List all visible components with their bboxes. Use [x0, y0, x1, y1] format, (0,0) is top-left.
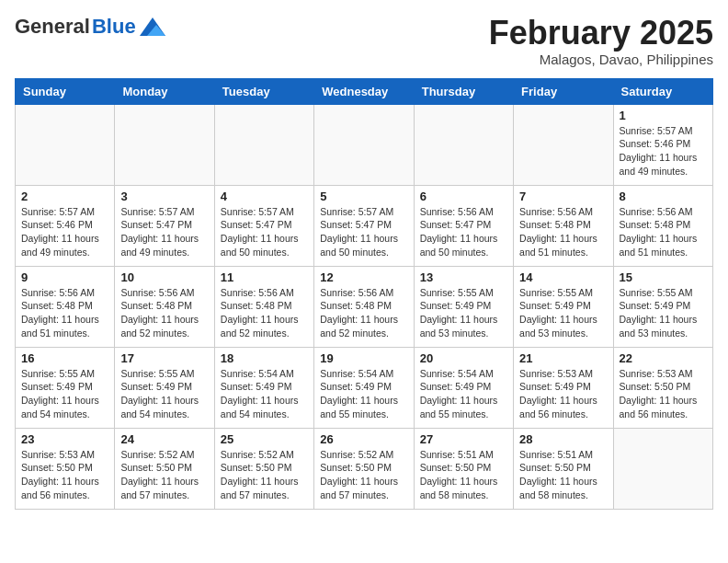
calendar-week-row: 23Sunrise: 5:53 AM Sunset: 5:50 PM Dayli…: [16, 428, 713, 509]
day-number: 20: [420, 351, 507, 365]
logo: General Blue: [15, 15, 165, 39]
day-info: Sunrise: 5:55 AM Sunset: 5:49 PM Dayligh…: [519, 286, 607, 340]
day-info: Sunrise: 5:57 AM Sunset: 5:47 PM Dayligh…: [120, 205, 208, 259]
calendar-cell: 2Sunrise: 5:57 AM Sunset: 5:46 PM Daylig…: [16, 185, 115, 266]
day-info: Sunrise: 5:56 AM Sunset: 5:48 PM Dayligh…: [620, 205, 707, 259]
day-number: 10: [120, 270, 208, 284]
day-number: 21: [519, 351, 607, 365]
calendar-cell: [115, 104, 214, 185]
day-number: 27: [420, 432, 507, 446]
calendar-cell: 14Sunrise: 5:55 AM Sunset: 5:49 PM Dayli…: [514, 266, 613, 347]
weekday-header: Monday: [115, 78, 214, 104]
day-number: 3: [120, 190, 208, 203]
calendar-cell: [414, 104, 513, 185]
calendar-cell: [214, 104, 313, 185]
page-header: General Blue February 2025 Malagos, Dava…: [15, 15, 713, 67]
day-info: Sunrise: 5:52 AM Sunset: 5:50 PM Dayligh…: [320, 448, 407, 502]
calendar-cell: 11Sunrise: 5:56 AM Sunset: 5:48 PM Dayli…: [214, 266, 313, 347]
day-info: Sunrise: 5:54 AM Sunset: 5:49 PM Dayligh…: [420, 367, 507, 421]
day-info: Sunrise: 5:56 AM Sunset: 5:48 PM Dayligh…: [320, 286, 407, 340]
calendar-cell: 12Sunrise: 5:56 AM Sunset: 5:48 PM Dayli…: [314, 266, 414, 347]
day-info: Sunrise: 5:55 AM Sunset: 5:49 PM Dayligh…: [420, 286, 507, 340]
day-number: 13: [420, 270, 507, 284]
day-number: 1: [620, 109, 707, 122]
day-number: 26: [320, 432, 407, 446]
calendar-cell: 3Sunrise: 5:57 AM Sunset: 5:47 PM Daylig…: [115, 185, 214, 266]
day-number: 12: [320, 270, 407, 284]
calendar-week-row: 1Sunrise: 5:57 AM Sunset: 5:46 PM Daylig…: [16, 104, 713, 185]
day-info: Sunrise: 5:54 AM Sunset: 5:49 PM Dayligh…: [320, 367, 407, 421]
day-number: 25: [221, 432, 308, 446]
day-number: 5: [320, 190, 407, 203]
day-info: Sunrise: 5:51 AM Sunset: 5:50 PM Dayligh…: [420, 448, 507, 502]
day-info: Sunrise: 5:57 AM Sunset: 5:47 PM Dayligh…: [320, 205, 407, 259]
calendar-cell: 13Sunrise: 5:55 AM Sunset: 5:49 PM Dayli…: [414, 266, 513, 347]
day-number: 6: [420, 190, 507, 203]
day-number: 2: [21, 190, 108, 203]
day-number: 28: [519, 432, 607, 446]
day-info: Sunrise: 5:53 AM Sunset: 5:49 PM Dayligh…: [519, 367, 607, 421]
day-number: 7: [519, 190, 607, 203]
calendar-cell: 28Sunrise: 5:51 AM Sunset: 5:50 PM Dayli…: [514, 428, 613, 509]
day-number: 17: [120, 351, 208, 365]
calendar-cell: 23Sunrise: 5:53 AM Sunset: 5:50 PM Dayli…: [16, 428, 115, 509]
day-number: 14: [519, 270, 607, 284]
day-number: 9: [21, 270, 108, 284]
weekday-header: Friday: [514, 78, 613, 104]
calendar-cell: [16, 104, 115, 185]
calendar-week-row: 9Sunrise: 5:56 AM Sunset: 5:48 PM Daylig…: [16, 266, 713, 347]
day-number: 23: [21, 432, 108, 446]
day-number: 18: [221, 351, 308, 365]
calendar-cell: 20Sunrise: 5:54 AM Sunset: 5:49 PM Dayli…: [414, 347, 513, 428]
day-info: Sunrise: 5:55 AM Sunset: 5:49 PM Dayligh…: [620, 286, 707, 340]
day-info: Sunrise: 5:56 AM Sunset: 5:48 PM Dayligh…: [519, 205, 607, 259]
weekday-header: Saturday: [613, 78, 712, 104]
day-info: Sunrise: 5:57 AM Sunset: 5:47 PM Dayligh…: [221, 205, 308, 259]
calendar-table: SundayMondayTuesdayWednesdayThursdayFrid…: [15, 78, 713, 510]
calendar-cell: 10Sunrise: 5:56 AM Sunset: 5:48 PM Dayli…: [115, 266, 214, 347]
calendar-cell: 21Sunrise: 5:53 AM Sunset: 5:49 PM Dayli…: [514, 347, 613, 428]
day-info: Sunrise: 5:56 AM Sunset: 5:48 PM Dayligh…: [120, 286, 208, 340]
calendar-cell: 24Sunrise: 5:52 AM Sunset: 5:50 PM Dayli…: [115, 428, 214, 509]
calendar-cell: [514, 104, 613, 185]
calendar-cell: 19Sunrise: 5:54 AM Sunset: 5:49 PM Dayli…: [314, 347, 414, 428]
day-number: 22: [620, 351, 707, 365]
day-info: Sunrise: 5:55 AM Sunset: 5:49 PM Dayligh…: [21, 367, 108, 421]
calendar-cell: 5Sunrise: 5:57 AM Sunset: 5:47 PM Daylig…: [314, 185, 414, 266]
day-number: 15: [620, 270, 707, 284]
logo-general: General: [15, 15, 90, 39]
calendar-cell: 7Sunrise: 5:56 AM Sunset: 5:48 PM Daylig…: [514, 185, 613, 266]
day-info: Sunrise: 5:51 AM Sunset: 5:50 PM Dayligh…: [519, 448, 607, 502]
calendar-cell: 18Sunrise: 5:54 AM Sunset: 5:49 PM Dayli…: [214, 347, 313, 428]
day-info: Sunrise: 5:55 AM Sunset: 5:49 PM Dayligh…: [120, 367, 208, 421]
calendar-cell: 22Sunrise: 5:53 AM Sunset: 5:50 PM Dayli…: [613, 347, 712, 428]
day-info: Sunrise: 5:56 AM Sunset: 5:48 PM Dayligh…: [221, 286, 308, 340]
calendar-cell: 9Sunrise: 5:56 AM Sunset: 5:48 PM Daylig…: [16, 266, 115, 347]
weekday-header: Wednesday: [314, 78, 414, 104]
day-info: Sunrise: 5:56 AM Sunset: 5:47 PM Dayligh…: [420, 205, 507, 259]
calendar-cell: 26Sunrise: 5:52 AM Sunset: 5:50 PM Dayli…: [314, 428, 414, 509]
day-info: Sunrise: 5:56 AM Sunset: 5:48 PM Dayligh…: [21, 286, 108, 340]
calendar-cell: 17Sunrise: 5:55 AM Sunset: 5:49 PM Dayli…: [115, 347, 214, 428]
location: Malagos, Davao, Philippines: [489, 52, 713, 67]
title-area: February 2025 Malagos, Davao, Philippine…: [489, 15, 713, 67]
day-info: Sunrise: 5:53 AM Sunset: 5:50 PM Dayligh…: [21, 448, 108, 502]
month-title: February 2025: [489, 15, 713, 52]
day-number: 24: [120, 432, 208, 446]
day-info: Sunrise: 5:53 AM Sunset: 5:50 PM Dayligh…: [620, 367, 707, 421]
calendar-cell: [613, 428, 712, 509]
day-number: 19: [320, 351, 407, 365]
calendar-header-row: SundayMondayTuesdayWednesdayThursdayFrid…: [16, 78, 713, 104]
calendar-cell: 8Sunrise: 5:56 AM Sunset: 5:48 PM Daylig…: [613, 185, 712, 266]
calendar-cell: 27Sunrise: 5:51 AM Sunset: 5:50 PM Dayli…: [414, 428, 513, 509]
day-info: Sunrise: 5:57 AM Sunset: 5:46 PM Dayligh…: [620, 124, 707, 178]
day-number: 8: [620, 190, 707, 203]
day-info: Sunrise: 5:52 AM Sunset: 5:50 PM Dayligh…: [120, 448, 208, 502]
weekday-header: Tuesday: [214, 78, 313, 104]
weekday-header: Sunday: [16, 78, 115, 104]
calendar-cell: 15Sunrise: 5:55 AM Sunset: 5:49 PM Dayli…: [613, 266, 712, 347]
day-number: 11: [221, 270, 308, 284]
logo-blue: Blue: [92, 15, 136, 39]
logo-icon: [140, 17, 165, 36]
calendar-week-row: 16Sunrise: 5:55 AM Sunset: 5:49 PM Dayli…: [16, 347, 713, 428]
